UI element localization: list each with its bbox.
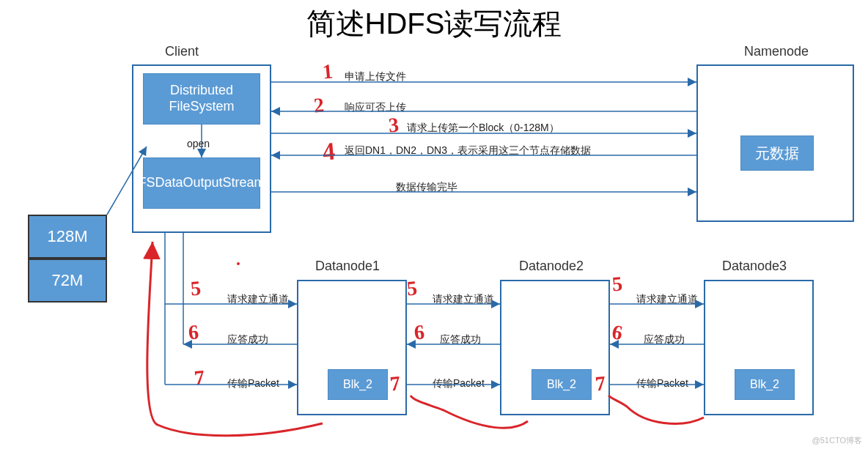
fsdataoutputstream-box: FSDataOutputStream: [143, 157, 260, 209]
msg-dn2-dn3-packet: 传输Packet: [636, 377, 688, 390]
msg-transfer-done: 数据传输完毕: [396, 181, 457, 194]
msg-upload-response: 响应可否上传: [345, 101, 406, 114]
annot-6c: 6: [610, 320, 624, 345]
file-block-72m: 72M: [28, 259, 107, 303]
blk1-box: Blk_2: [328, 369, 388, 400]
annot-1: 1: [322, 59, 334, 84]
diagram-title: 简述HDFS读写流程: [306, 4, 562, 44]
msg-dn1-dn2-ack: 应答成功: [440, 333, 481, 346]
blk3-text: Blk_2: [750, 378, 779, 391]
file-block-128m-text: 128M: [47, 227, 87, 246]
annot-7c: 7: [595, 371, 607, 396]
annot-2: 2: [313, 93, 326, 117]
datanode3-label: Datanode3: [722, 259, 787, 274]
client-label: Client: [165, 44, 199, 59]
msg-dn1-dn2-req: 请求建立通道: [433, 293, 494, 306]
annot-5c: 5: [611, 272, 624, 296]
annot-5a: 5: [190, 276, 202, 300]
file-block-128m: 128M: [28, 215, 107, 259]
msg-upload-request: 申请上传文件: [345, 70, 406, 84]
blk2-text: Blk_2: [547, 378, 576, 391]
fsdataoutputstream-text: FSDataOutputStream: [138, 175, 265, 191]
distributed-filesystem-box: Distributed FileSystem: [143, 73, 260, 125]
file-block-72m-text: 72M: [52, 271, 84, 290]
blk2-box: Blk_2: [532, 369, 592, 400]
msg-dn2-dn3-ack: 应答成功: [644, 333, 685, 346]
namenode-label: Namenode: [744, 44, 809, 59]
datanode1-label: Datanode1: [315, 259, 380, 274]
metadata-text: 元数据: [755, 144, 799, 163]
msg-dn-response: 返回DN1，DN2，DN3，表示采用这三个节点存储数据: [345, 144, 591, 157]
msg-c-dn1-packet: 传输Packet: [227, 377, 279, 390]
msg-c-dn1-ack: 应答成功: [227, 333, 268, 346]
open-label: open: [187, 138, 210, 149]
annot-7a: 7: [194, 365, 206, 390]
annot-7b: 7: [389, 371, 402, 396]
distributed-filesystem-text: Distributed FileSystem: [144, 83, 260, 114]
blk3-box: Blk_2: [735, 369, 795, 400]
metadata-box: 元数据: [740, 136, 814, 171]
watermark: @51CTO博客: [812, 435, 862, 446]
msg-dn1-dn2-packet: 传输Packet: [433, 377, 485, 390]
msg-block-request: 请求上传第一个Block（0-128M）: [407, 122, 559, 135]
blk1-text: Blk_2: [343, 378, 372, 391]
msg-c-dn1-req: 请求建立通道: [227, 293, 289, 306]
svg-point-18: [237, 262, 240, 265]
annot-6b: 6: [413, 320, 426, 344]
annot-3: 3: [388, 113, 400, 137]
datanode2-label: Datanode2: [519, 259, 584, 274]
annot-6a: 6: [188, 320, 200, 344]
msg-dn2-dn3-req: 请求建立通道: [636, 293, 698, 306]
annot-5b: 5: [406, 276, 419, 300]
annot-4: 4: [321, 137, 336, 166]
